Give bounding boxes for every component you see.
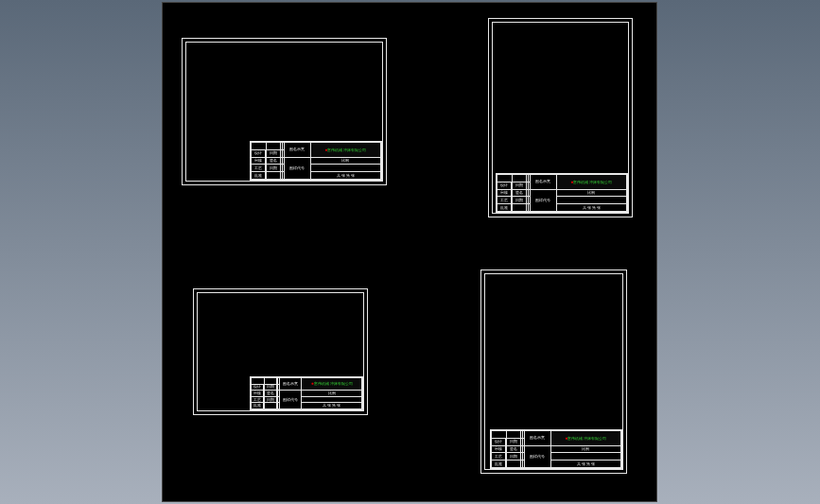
title-c: 图名示意 (279, 378, 302, 391)
logo-green-c: 富伟机械 冲床有限公司 (314, 382, 353, 386)
drawing-frame-b: 图名示意●富伟机械 冲床有限公司 设计日期 审核签名图样代号比例 工艺日期 批准… (488, 18, 633, 217)
drawing-inner-d: 图名示意●富伟机械 冲床有限公司 设计日期 审核签名图样代号比例 工艺日期 批准… (484, 273, 623, 470)
titleblock-d: 图名示意●富伟机械 冲床有限公司 设计日期 审核签名图样代号比例 工艺日期 批准… (490, 429, 622, 469)
titleblock-b: 图名示意●富伟机械 冲床有限公司 设计日期 审核签名图样代号比例 工艺日期 批准… (496, 173, 628, 213)
titleblock-c: 图名示意●富伟机械 冲床有限公司 设计日期 审核签名图样代号比例 工艺日期 批准… (250, 376, 363, 410)
logo-green-b: 富伟机械 冲床有限公司 (573, 181, 612, 184)
logo-green-a: 富伟机械 冲床有限公司 (327, 148, 366, 152)
drawing-frame-a: 图名示意●富伟机械 冲床有限公司 设计日期 审核签名图样代号比例 工艺日期 批准… (182, 38, 387, 185)
drawing-inner-b: 图名示意●富伟机械 冲床有限公司 设计日期 审核签名图样代号比例 工艺日期 批准… (492, 22, 629, 214)
logo-a: ●富伟机械 冲床有限公司 (310, 143, 380, 158)
drawno-a: 图样代号 (284, 157, 310, 179)
drawno-b: 图样代号 (530, 189, 556, 211)
logo-c: ●富伟机械 冲床有限公司 (302, 378, 362, 391)
title-d: 图名示意 (524, 431, 550, 446)
drawno-d: 图样代号 (524, 445, 550, 467)
logo-d: ●富伟机械 冲床有限公司 (550, 431, 620, 446)
drawno-c: 图样代号 (279, 391, 302, 409)
title-a: 图名示意 (284, 143, 310, 158)
drawing-frame-d: 图名示意●富伟机械 冲床有限公司 设计日期 审核签名图样代号比例 工艺日期 批准… (480, 269, 627, 474)
drawing-frame-c: 图名示意●富伟机械 冲床有限公司 设计日期 审核签名图样代号比例 工艺日期 批准… (193, 288, 368, 415)
logo-b: ●富伟机械 冲床有限公司 (556, 175, 626, 190)
drawing-inner-c: 图名示意●富伟机械 冲床有限公司 设计日期 审核签名图样代号比例 工艺日期 批准… (197, 292, 364, 411)
drawing-inner-a: 图名示意●富伟机械 冲床有限公司 设计日期 审核签名图样代号比例 工艺日期 批准… (185, 42, 383, 182)
title-b: 图名示意 (530, 175, 556, 190)
titleblock-a: 图名示意●富伟机械 冲床有限公司 设计日期 审核签名图样代号比例 工艺日期 批准… (250, 141, 382, 181)
cad-canvas[interactable]: 图名示意●富伟机械 冲床有限公司 设计日期 审核签名图样代号比例 工艺日期 批准… (162, 2, 657, 502)
logo-green-d: 富伟机械 冲床有限公司 (567, 437, 606, 441)
